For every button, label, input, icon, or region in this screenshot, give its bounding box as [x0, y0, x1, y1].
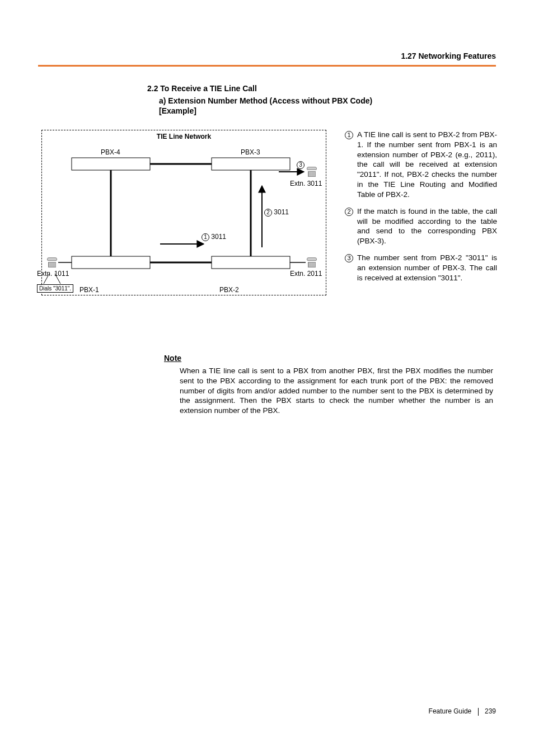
explain-num-2: 2 [345, 208, 353, 216]
label-extn-2011: Extn. 2011 [290, 270, 322, 278]
step-1-num: 1 [202, 233, 209, 241]
step-1: 1 3011 [202, 233, 226, 241]
explain-text-3: The number sent from PBX-2 "3011" is an … [357, 253, 497, 283]
label-pbx3: PBX-3 [241, 148, 260, 156]
header-rule [38, 65, 496, 67]
step-2: 2 3011 [264, 208, 289, 217]
diagram-svg [38, 130, 326, 306]
svg-rect-3 [212, 256, 290, 269]
content: 2.2 To Receive a TIE Line Call a) Extens… [38, 84, 496, 416]
explain-num-1: 1 [345, 131, 353, 139]
label-extn-3011: Extn. 3011 [290, 180, 322, 187]
footer: Feature Guide 239 [429, 707, 496, 716]
explain-text-1: A TIE line call is sent to PBX-2 from PB… [357, 130, 497, 200]
svg-rect-2 [72, 256, 150, 269]
footer-guide: Feature Guide [429, 707, 472, 715]
heading-2-2-a: a) Extension Number Method (Access witho… [159, 96, 496, 105]
tie-line-diagram: TIE Line Network [38, 130, 326, 306]
explain-item-1: 1 A TIE line call is sent to PBX-2 from … [345, 130, 497, 200]
diagram-and-explain: TIE Line Network [38, 130, 496, 354]
label-extn-1011: Extn. 1011 [37, 270, 69, 278]
label-pbx1: PBX-1 [79, 286, 99, 294]
dials-box: Dials "3011". [37, 284, 73, 293]
section-header: 1.27 Networking Features [401, 51, 496, 60]
step-2-val: 3011 [274, 208, 289, 216]
page: 1.27 Networking Features 2.2 To Receive … [0, 0, 534, 756]
note-block: Note When a TIE line call is sent to a P… [164, 354, 496, 416]
phone-icon [307, 167, 317, 177]
explain-item-2: 2 If the match is found in the table, th… [345, 206, 497, 246]
label-pbx2: PBX-2 [219, 286, 239, 294]
heading-2-2: 2.2 To Receive a TIE Line Call [147, 84, 496, 93]
svg-rect-0 [72, 158, 150, 170]
phone-icon [307, 257, 317, 267]
note-body: When a TIE line call is sent to a PBX fr… [180, 366, 493, 416]
step-1-val: 3011 [211, 233, 226, 241]
step-2-num: 2 [264, 209, 272, 217]
explain-item-3: 3 The number sent from PBX-2 "3011" is a… [345, 253, 497, 283]
note-heading: Note [164, 354, 496, 363]
step-3-num: 3 [297, 161, 305, 169]
heading-example: [Example] [159, 106, 496, 115]
step-3: 3 [297, 161, 305, 169]
phone-icon [47, 257, 57, 267]
svg-rect-1 [212, 158, 290, 170]
label-pbx4: PBX-4 [101, 148, 120, 156]
footer-separator [478, 708, 479, 716]
explain-text-2: If the match is found in the table, the … [357, 206, 497, 246]
explain-num-3: 3 [345, 254, 353, 262]
explain-column: 1 A TIE line call is sent to PBX-2 from … [345, 130, 497, 289]
footer-page: 239 [485, 707, 496, 715]
